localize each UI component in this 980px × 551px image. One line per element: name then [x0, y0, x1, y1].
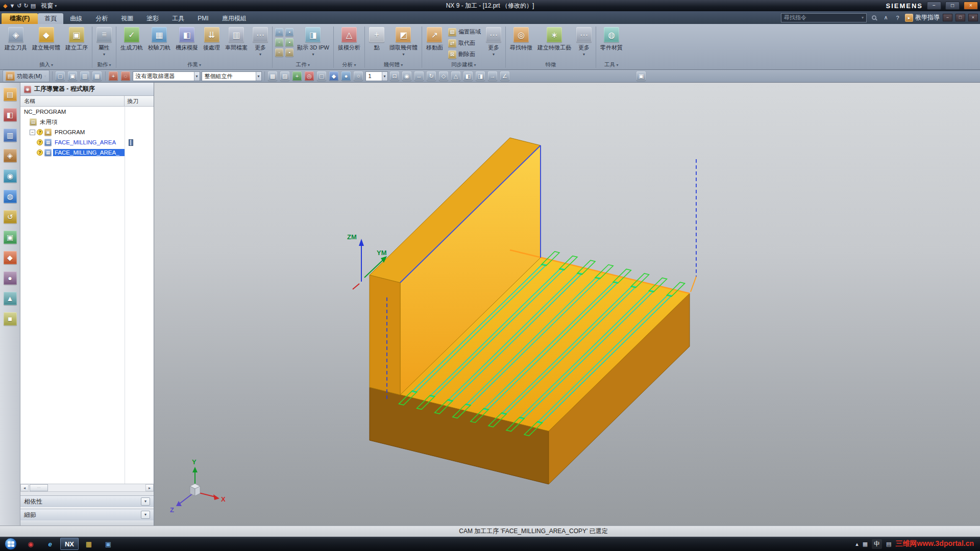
lasso-button[interactable]: ◌	[120, 71, 131, 82]
section-相依性[interactable]: 相依性▾	[20, 495, 154, 507]
command-finder-input[interactable]: 尋找指令 ▾	[781, 13, 867, 22]
process-studio-button[interactable]: ▣	[3, 230, 18, 245]
web-browser-button[interactable]: ◍	[3, 189, 18, 204]
shop-docs-button[interactable]: ▥車間檔案	[223, 26, 250, 53]
show-blank-button[interactable]: ▫	[275, 28, 284, 37]
measure-button[interactable]: ∠	[500, 71, 510, 82]
ime-keyboard-icon[interactable]: ▤	[886, 541, 891, 547]
target-point-button[interactable]: ◎	[304, 71, 315, 82]
find-feature-button[interactable]: ◎尋找特徵	[508, 26, 534, 53]
tab-應用模組[interactable]: 應用模組	[215, 13, 253, 24]
scroll-right-button[interactable]: ▸	[145, 484, 154, 491]
properties-button[interactable]: ≡屬性▾	[94, 26, 114, 58]
section-expand-button[interactable]: ▾	[141, 497, 150, 506]
edit-section-button[interactable]: ◨	[475, 71, 486, 82]
section-細節[interactable]: 細節▾	[20, 509, 154, 520]
show-ipw-button[interactable]: ▫	[275, 38, 284, 47]
horizontal-scrollbar[interactable]: ◂ ⋯ ▸	[20, 484, 154, 491]
machine-simulation-button[interactable]: ◧機床模擬	[174, 26, 200, 53]
orient-view-button[interactable]: ◇	[438, 71, 449, 82]
create-operation-button[interactable]: ▣建立工序	[63, 26, 90, 53]
show-part-button[interactable]: ▪	[285, 28, 294, 37]
column-header-name[interactable]: 名稱	[20, 96, 125, 106]
notes-button[interactable]: ■	[3, 311, 18, 327]
snap-point-button[interactable]: ◆	[329, 71, 339, 82]
ipw-settings-button[interactable]: ▪	[285, 48, 294, 57]
section-view-button[interactable]: ◧	[463, 71, 474, 82]
move-face-button[interactable]: ↗移動面	[424, 26, 445, 53]
graphics-viewport[interactable]: ZM YM X Y Z	[154, 83, 980, 525]
section-expand-button[interactable]: ▾	[141, 511, 150, 519]
search-button[interactable]	[870, 13, 878, 22]
save-icon[interactable]: ▼	[9, 2, 15, 9]
tab-工具[interactable]: 工具	[165, 13, 191, 24]
shaded-view-button[interactable]: ●	[341, 71, 352, 82]
scroll-left-button[interactable]: ◂	[20, 484, 29, 491]
offset-region-button[interactable]: ▧偏置區域	[446, 27, 483, 37]
tree-row[interactable]: −?▣PROGRAM	[20, 127, 154, 137]
deselect-all-button[interactable]: ▨	[280, 71, 290, 82]
wire-view-button[interactable]: ○	[353, 71, 364, 82]
part-material-button[interactable]: ◍零件材質	[598, 26, 625, 53]
history-button[interactable]: ↺	[3, 209, 18, 224]
show-hidden-icons-button[interactable]: ▴	[855, 541, 859, 547]
window-menu-button[interactable]: 視窗 ▾	[41, 2, 57, 10]
zoom-button[interactable]: ◉	[402, 71, 412, 82]
move-object-button[interactable]: →	[487, 71, 498, 82]
tab-視圖[interactable]: 視圖	[114, 13, 140, 24]
select-all-button[interactable]: ▩	[267, 71, 278, 82]
part-navigator-button[interactable]: ▥	[3, 128, 18, 143]
hd3d-tools-button[interactable]: ◉	[3, 168, 18, 184]
system-scene-button[interactable]: ▲	[3, 291, 18, 306]
print-icon[interactable]: ▤	[31, 2, 36, 9]
draft-analysis-button[interactable]: △拔模分析	[336, 26, 362, 53]
add-select-button[interactable]: +	[292, 71, 303, 82]
close-button[interactable]: ×	[964, 2, 978, 10]
help-button[interactable]: ?	[893, 13, 902, 22]
panel-splitter[interactable]	[20, 491, 154, 495]
tree-expander-icon[interactable]: −	[30, 130, 35, 135]
tray-app-icon[interactable]: ▦	[863, 541, 868, 547]
create-feature-process-button[interactable]: ∗建立特徵工藝	[535, 26, 573, 53]
part-wall-front-face[interactable]	[370, 275, 400, 395]
media-app-icon[interactable]: ◉	[21, 538, 40, 550]
roles-button[interactable]: ●	[3, 270, 18, 286]
image-viewer-icon[interactable]: ▣	[99, 538, 117, 550]
manufacturing-wizard-button[interactable]: ◆	[3, 250, 18, 265]
tab-首頁[interactable]: 首頁	[38, 13, 63, 24]
tab-塗彩[interactable]: 塗彩	[140, 13, 165, 24]
constraint-navigator-button[interactable]: ◧	[3, 107, 18, 122]
internet-explorer-icon[interactable]: e	[41, 538, 59, 550]
tree-row[interactable]: ?▦FACE_MILLING_AREA	[20, 137, 154, 147]
child-close-button[interactable]: ×	[968, 14, 978, 21]
window-cascade-button[interactable]: ▣	[636, 71, 647, 82]
tree-row[interactable]: ▤未用項	[20, 117, 154, 127]
tree-row[interactable]: NC_PROGRAM	[20, 107, 154, 117]
part-body[interactable]	[370, 138, 690, 484]
create-tool-button[interactable]: ◈建立刀具	[3, 26, 29, 53]
general-select-button[interactable]: +	[108, 71, 119, 82]
more-button[interactable]: ⋯更多▾	[251, 26, 270, 58]
point-button[interactable]: +點	[367, 26, 386, 53]
extract-geometry-button[interactable]: ◩擷取幾何體▾	[387, 26, 420, 58]
show-3d-ipw-button[interactable]: ◨顯示 3D IPW▾	[295, 26, 331, 58]
select-edge-button[interactable]: ▥	[80, 71, 90, 82]
more-button[interactable]: ⋯更多▾	[484, 26, 503, 58]
select-face-button[interactable]: ▣	[67, 71, 78, 82]
generate-toolpath-button[interactable]: ✓生成刀軌	[118, 26, 145, 53]
selection-filter-dropdown[interactable]: 沒有選取篩選器▾	[133, 71, 200, 81]
child-restore-button[interactable]: □	[955, 14, 965, 21]
more-button[interactable]: ⋯更多▾	[574, 26, 594, 58]
minimize-button[interactable]: −	[927, 2, 941, 10]
reuse-library-button[interactable]: ◈	[3, 148, 18, 163]
work-layer-dropdown[interactable]: 1▾	[365, 71, 388, 81]
scrollbar-thumb[interactable]: ⋯	[30, 484, 48, 491]
assembly-navigator-button[interactable]: ▤	[3, 87, 18, 102]
compare-ipw-button[interactable]: ▪	[285, 38, 294, 47]
file-explorer-icon[interactable]: ▦	[80, 538, 98, 550]
ime-language-button[interactable]: 中	[872, 539, 882, 549]
dashed-box-button[interactable]: ▢	[316, 71, 327, 82]
undo-icon[interactable]: ↺	[17, 2, 21, 9]
nx-app-icon[interactable]: NX	[60, 538, 79, 550]
tab-分析[interactable]: 分析	[89, 13, 114, 24]
